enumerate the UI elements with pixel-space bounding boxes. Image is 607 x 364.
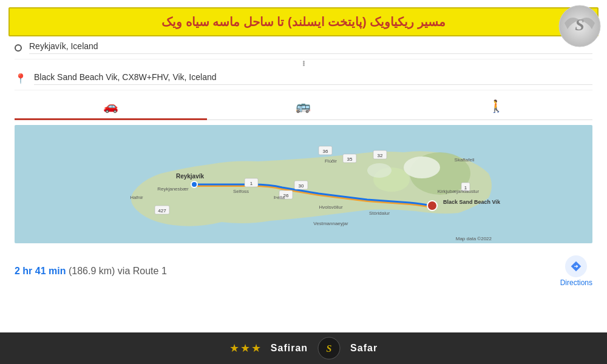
svg-text:Kirkjubæjarklaustur: Kirkjubæjarklaustur (438, 189, 480, 194)
directions-button[interactable]: Directions (560, 255, 592, 287)
duration-info: 2 hr 41 min (186.9 km) via Route 1 (15, 266, 167, 277)
footer-brand-left: Safiran (271, 343, 308, 354)
tab-drive[interactable]: 🚗 (15, 93, 207, 120)
connector (15, 59, 592, 67)
svg-point-6 (367, 163, 392, 178)
svg-text:Vestmannaeyjar: Vestmannaeyjar (313, 221, 348, 226)
star3: ★ (251, 342, 261, 355)
origin-row: Reykjavík, Iceland (15, 36, 592, 59)
svg-text:Flúðir: Flúðir (325, 158, 337, 164)
star1: ★ (229, 342, 239, 355)
svg-point-5 (404, 157, 440, 178)
svg-text:S: S (327, 343, 332, 354)
tab-transit[interactable]: 🚌 (207, 93, 399, 120)
logo-top-right: S (558, 5, 601, 47)
map-container: 1 30 36 35 32 26 427 1 Reykjavík Reykjan… (15, 125, 592, 243)
main-content: Reykjavík, Iceland 📍 Black Sand Beach Vi… (8, 36, 599, 291)
transit-icon: 🚌 (296, 99, 311, 113)
walk-icon: 🚶 (489, 99, 504, 113)
svg-text:Reykjanesbær: Reykjanesbær (157, 186, 189, 192)
svg-text:35: 35 (347, 157, 353, 162)
svg-text:S: S (575, 15, 585, 34)
map-svg: 1 30 36 35 32 26 427 1 Reykjavík Reykjan… (15, 125, 592, 243)
svg-text:Skaftafell: Skaftafell (455, 157, 475, 163)
svg-text:36: 36 (323, 149, 328, 154)
svg-text:30: 30 (299, 183, 304, 189)
location-rows: Reykjavík, Iceland 📍 Black Sand Beach Vi… (8, 36, 599, 90)
footer-logo: S (317, 337, 341, 360)
footer-brand-right: Safar (350, 343, 378, 354)
svg-text:32: 32 (378, 153, 383, 158)
svg-point-23 (191, 181, 197, 187)
svg-text:Hvolsvöllur: Hvolsvöllur (319, 204, 342, 210)
transport-tabs: 🚗 🚌 🚶 (15, 93, 592, 120)
directions-label: Directions (560, 278, 592, 287)
svg-text:Hafnir: Hafnir (130, 195, 143, 200)
origin-label: Reykjavík, Iceland (29, 41, 592, 54)
dot3 (303, 64, 305, 66)
destination-label: Black Sand Beach Vik, CX8W+FHV, Vik, Ice… (34, 72, 592, 85)
destination-icon: 📍 (15, 73, 27, 84)
drive-icon: 🚗 (103, 99, 118, 113)
svg-text:Selfoss: Selfoss (233, 189, 249, 194)
footer: ★ ★ ★ Safiran S Safar (0, 332, 607, 364)
duration-text: 2 hr 41 min (186.9 km) via Route 1 (15, 266, 167, 276)
duration-time: 2 hr 41 min (15, 266, 66, 276)
origin-icon (15, 44, 22, 52)
page-title: مسیر ریکیاویک (پایتخت ایسلند) تا ساحل ما… (161, 15, 446, 29)
header-banner: مسیر ریکیاویک (پایتخت ایسلند) تا ساحل ما… (8, 7, 599, 36)
destination-row: 📍 Black Sand Beach Vik, CX8W+FHV, Vik, I… (15, 67, 592, 90)
duration-distance: (186.9 km) via Route 1 (69, 266, 167, 276)
svg-text:Stóridalur: Stóridalur (369, 211, 390, 216)
directions-icon-bg (565, 255, 587, 277)
star2: ★ (240, 342, 250, 355)
svg-text:427: 427 (158, 208, 166, 214)
svg-text:Þella: Þella (274, 195, 285, 200)
duration-row: 2 hr 41 min (186.9 km) via Route 1 Direc… (8, 248, 599, 291)
svg-point-24 (427, 201, 437, 211)
svg-text:1: 1 (250, 181, 253, 186)
directions-icon (570, 260, 582, 272)
svg-text:Map data ©2022: Map data ©2022 (456, 236, 492, 241)
tab-walk[interactable]: 🚶 (400, 93, 592, 120)
svg-text:Black Sand Beach Vik: Black Sand Beach Vik (443, 199, 501, 205)
footer-stars: ★ ★ ★ (229, 342, 261, 355)
svg-text:Reykjavík: Reykjavík (176, 173, 205, 180)
